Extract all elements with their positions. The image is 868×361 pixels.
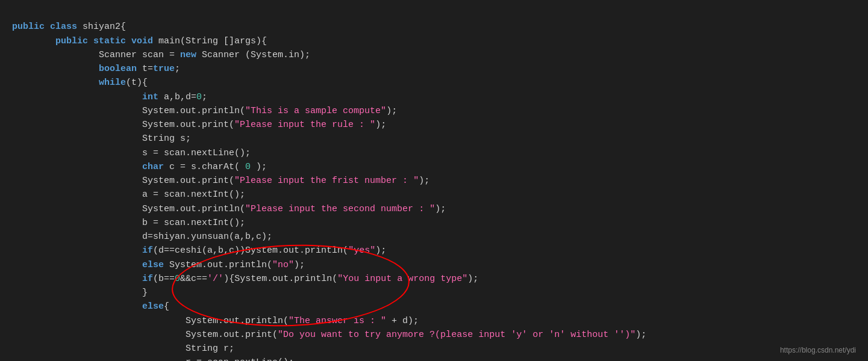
code-block: public class shiyan2{ public static void…: [0, 0, 868, 361]
code-line: public class shiyan2{: [12, 20, 856, 34]
code-line: a = scan.nextInt();: [12, 188, 856, 202]
code-line: char c = s.charAt( 0 );: [12, 160, 856, 174]
code-line: else System.out.println("no");: [12, 258, 856, 272]
code-line: if(d==ceshi(a,b,c))System.out.println("y…: [12, 244, 856, 258]
code-line: b = scan.nextInt();: [12, 216, 856, 230]
code-line: String s;: [12, 132, 856, 146]
code-line: System.out.println("The answer is : " + …: [12, 314, 856, 328]
code-line: System.out.print("Please input the rule …: [12, 118, 856, 132]
watermark: https://blog.csdn.net/ydi: [780, 345, 856, 356]
code-line: r = scan.nextLine();: [12, 356, 856, 361]
code-line: int a,b,d=0;: [12, 90, 856, 104]
code-line: System.out.print("Do you want to try any…: [12, 328, 856, 342]
code-line: }: [12, 286, 856, 300]
code-line: public static void main(String []args){: [12, 34, 856, 48]
code-line: while(t){: [12, 76, 856, 90]
code-line: s = scan.nextLine();: [12, 146, 856, 160]
code-line: boolean t=true;: [12, 62, 856, 76]
code-line: Scanner scan = new Scanner (System.in);: [12, 48, 856, 62]
code-line: d=shiyan.yunsuan(a,b,c);: [12, 230, 856, 244]
code-line: System.out.print("Please input the frist…: [12, 174, 856, 188]
code-line: if(b==0&&c=='/'){System.out.println("You…: [12, 272, 856, 286]
code-line: else{: [12, 300, 856, 313]
code-line: String r;: [12, 342, 856, 356]
code-line: System.out.println("Please input the sec…: [12, 202, 856, 216]
code-line: System.out.println("This is a sample com…: [12, 104, 856, 118]
